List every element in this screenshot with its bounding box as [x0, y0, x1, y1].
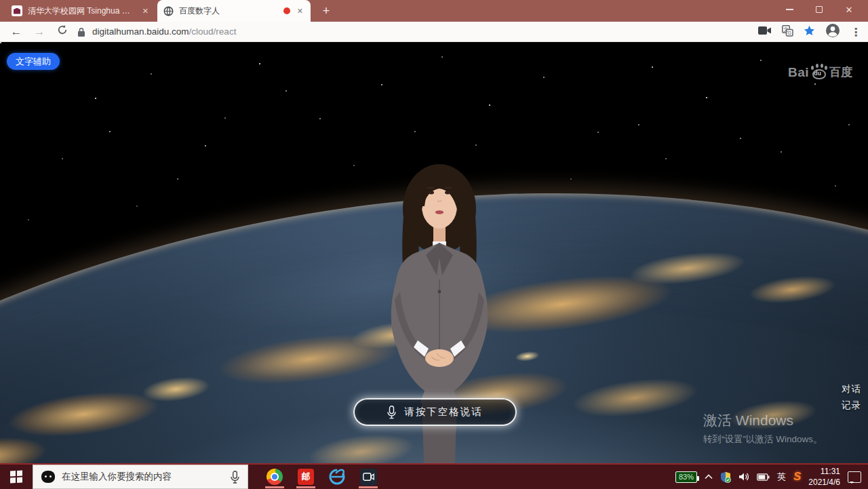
- close-window-button[interactable]: ✕: [834, 0, 864, 19]
- tab-tsinghua[interactable]: 清华大学校园网 Tsinghua Univ ✕: [5, 0, 156, 22]
- starfield: [0, 42, 1, 43]
- taskbar-app-icons: 邮: [259, 465, 384, 489]
- date-label: 2021/4/6: [808, 477, 840, 488]
- taskbar-camera-app-icon[interactable]: [353, 465, 384, 489]
- desktop-screen: 清华大学校园网 Tsinghua Univ ✕ 百度数字人 ✕ + ✕ ← →: [0, 0, 868, 489]
- lock-icon[interactable]: [77, 27, 85, 40]
- taskbar-clock[interactable]: 11:31 2021/4/6: [808, 466, 840, 488]
- watermark-line2: 转到“设置”以激活 Windows。: [703, 433, 823, 446]
- cortana-icon: [41, 471, 55, 483]
- windows-activation-watermark: 激活 Windows 转到“设置”以激活 Windows。: [703, 411, 823, 446]
- browser-tab-bar: 清华大学校园网 Tsinghua Univ ✕ 百度数字人 ✕ + ✕: [0, 0, 868, 22]
- media-recording-indicator-icon: [283, 7, 290, 14]
- windows-taskbar: 在这里输入你要搜索的内容 邮 83%: [0, 463, 868, 489]
- minimize-button[interactable]: [774, 0, 804, 19]
- digital-human-viewport: 文字辅助 Bai du 百度 请按下空格说话 对话 记录 激活 Windows …: [0, 42, 868, 463]
- system-tray: 83% 英 S 11:31 2021/4/6: [675, 465, 868, 489]
- battery-icon[interactable]: [757, 473, 770, 481]
- taskbar-chrome-icon[interactable]: [259, 465, 290, 489]
- push-to-talk-label: 请按下空格说话: [404, 406, 483, 418]
- baidu-paw-icon: du: [810, 64, 828, 80]
- tsinghua-favicon-icon: [12, 5, 22, 16]
- tab-title: 百度数字人: [179, 5, 278, 17]
- browser-toolbar: ← → digitalhuman.baidu.com/cloud/react G…: [0, 22, 868, 42]
- close-tab-icon[interactable]: ✕: [296, 7, 304, 16]
- close-tab-icon[interactable]: ✕: [141, 7, 150, 16]
- push-to-talk-button[interactable]: 请按下空格说话: [353, 398, 517, 426]
- microphone-icon: [387, 406, 396, 419]
- back-icon[interactable]: ←: [8, 24, 24, 40]
- taskbar-ie-icon[interactable]: [321, 465, 353, 489]
- chevron-up-icon[interactable]: [705, 474, 713, 480]
- time-label: 11:31: [808, 466, 840, 477]
- url-host: digitalhuman.baidu.com: [92, 26, 189, 37]
- browser-menu-icon[interactable]: ⋮: [850, 26, 861, 39]
- sogou-input-icon[interactable]: S: [793, 470, 801, 484]
- url-text[interactable]: digitalhuman.baidu.com/cloud/react: [92, 26, 236, 37]
- windows-logo-icon: [10, 471, 22, 483]
- ime-language-indicator[interactable]: 英: [777, 471, 786, 483]
- side-tab-record[interactable]: 记录: [842, 399, 861, 412]
- baidu-logo-cjk: 百度: [829, 64, 852, 80]
- start-button[interactable]: [0, 465, 33, 489]
- battery-percent-badge[interactable]: 83%: [675, 471, 697, 483]
- url-path: /cloud/react: [189, 26, 237, 37]
- globe-favicon-icon: [163, 6, 174, 16]
- watermark-line1: 激活 Windows: [703, 411, 823, 430]
- svg-text:文: 文: [783, 26, 789, 32]
- forward-icon[interactable]: →: [31, 24, 47, 40]
- search-placeholder: 在这里输入你要搜索的内容: [62, 471, 224, 483]
- maximize-button[interactable]: [804, 0, 834, 19]
- taskbar-search-input[interactable]: 在这里输入你要搜索的内容: [33, 465, 248, 489]
- action-center-icon[interactable]: [848, 471, 861, 483]
- side-tab-dialog[interactable]: 对话: [842, 383, 861, 395]
- profile-avatar[interactable]: [825, 23, 840, 41]
- baidu-logo-latin: Bai: [788, 65, 809, 80]
- search-mic-icon[interactable]: [231, 471, 239, 484]
- bookmark-star-icon[interactable]: [804, 25, 815, 39]
- tab-capture-camera-icon[interactable]: [758, 26, 772, 38]
- tab-title: 清华大学校园网 Tsinghua Univ: [28, 5, 136, 17]
- text-assist-button[interactable]: 文字辅助: [7, 53, 60, 70]
- volume-icon[interactable]: [738, 472, 749, 482]
- window-controls: ✕: [774, 0, 864, 19]
- baidu-logo: Bai du 百度: [788, 64, 852, 80]
- reload-icon[interactable]: [54, 24, 71, 40]
- tab-digital-human[interactable]: 百度数字人 ✕: [157, 0, 311, 22]
- translate-icon[interactable]: G文: [782, 25, 793, 39]
- taskbar-mail-icon[interactable]: 邮: [290, 465, 321, 489]
- toolbar-actions: G文 ⋮: [758, 22, 861, 42]
- defender-shield-icon[interactable]: [720, 471, 731, 483]
- new-tab-button[interactable]: +: [317, 3, 335, 19]
